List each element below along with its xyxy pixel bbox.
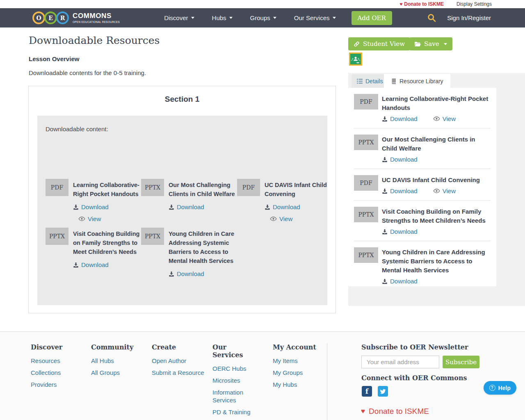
donate-to-iskme-link[interactable]: ♥ Donate to ISKME xyxy=(399,1,444,7)
resource-card: PDF UC DAVIS Infant Child Convening Down… xyxy=(237,179,327,222)
view-label: View xyxy=(88,215,101,222)
nav-item-hubs[interactable]: Hubs xyxy=(212,14,233,21)
donate-label: Donate to ISKME xyxy=(404,1,444,7)
resource-title: Learning Collaborative-Right Pocket Hand… xyxy=(382,94,491,112)
oer-commons-logo[interactable]: O E R COMMONS OPEN EDUCATIONAL RESOURCES xyxy=(32,11,120,24)
footer-link-resources[interactable]: Resources xyxy=(31,357,84,365)
tab-resource-library[interactable]: Resource Library xyxy=(384,74,450,89)
save-button[interactable]: Save xyxy=(409,37,452,50)
nav-menu: Discover Hubs Groups Our Services xyxy=(164,14,336,21)
download-icon xyxy=(73,204,79,210)
file-type-badge: PPTX xyxy=(141,179,164,196)
lesson-overview-heading: Lesson Overview xyxy=(29,55,79,62)
link-icon xyxy=(354,41,360,47)
footer-link-my-groups[interactable]: My Groups xyxy=(273,369,322,377)
download-link[interactable]: Download xyxy=(382,115,418,122)
file-card-grid: PDF Learning Collaborative-Right Pocket … xyxy=(46,179,319,277)
resource-list-item: PDF UC DAVIS Infant Child Convening Down… xyxy=(354,169,491,201)
download-icon xyxy=(265,204,270,210)
resource-title: Learning Collaborative-Right Pocket Hand… xyxy=(73,180,140,199)
download-link[interactable]: Download xyxy=(169,203,235,210)
logo-circle-r: R xyxy=(56,11,69,24)
google-classroom-button[interactable] xyxy=(349,52,362,66)
download-label: Download xyxy=(177,270,204,277)
twitter-icon[interactable] xyxy=(378,386,388,397)
download-link[interactable]: Download xyxy=(382,187,418,194)
footer-link-all-hubs[interactable]: All Hubs xyxy=(91,357,144,365)
nav-hubs-label: Hubs xyxy=(212,14,226,21)
footer-link-open-author[interactable]: Open Author xyxy=(152,357,207,365)
file-type-badge: PPTX xyxy=(141,228,164,245)
chevron-down-icon xyxy=(333,17,336,19)
footer-link-all-groups[interactable]: All Groups xyxy=(91,369,144,377)
footer-link-providers[interactable]: Providers xyxy=(31,381,84,388)
download-link[interactable]: Download xyxy=(382,156,418,163)
nav-item-our-services[interactable]: Our Services xyxy=(294,14,336,21)
display-settings-link[interactable]: Display Settings xyxy=(457,1,492,7)
download-label: Download xyxy=(390,156,418,163)
donate-footer-label: Donate to ISKME xyxy=(369,407,429,416)
resource-library-panel: PDF Learning Collaborative-Right Pocket … xyxy=(348,88,496,286)
facebook-icon[interactable]: f xyxy=(362,386,372,397)
heart-icon: ♥ xyxy=(399,1,402,7)
footer: Discover Resources Collections Providers… xyxy=(0,331,525,420)
resource-card: PPTX Visit Coaching Building on Family S… xyxy=(46,228,141,277)
download-label: Download xyxy=(390,278,418,285)
lesson-overview-text: Downloadable contents for the 0-5 traini… xyxy=(29,69,146,76)
email-field[interactable] xyxy=(361,356,439,368)
file-type-badge: PDF xyxy=(46,179,68,196)
download-link[interactable]: Download xyxy=(382,278,418,285)
nav-discover-label: Discover xyxy=(164,14,188,21)
section-container: Section 1 Downloadable content: PDF Lear… xyxy=(28,86,336,313)
footer-link-submit-resource[interactable]: Submit a Resource xyxy=(152,369,207,377)
download-link[interactable]: Download xyxy=(382,228,418,235)
download-link[interactable]: Download xyxy=(73,203,140,210)
footer-link-my-items[interactable]: My Items xyxy=(273,357,322,365)
tab-resource-library-label: Resource Library xyxy=(399,78,443,84)
resource-library-zone: Details Resource Library PDF Learning Co… xyxy=(348,73,525,306)
subscribe-button[interactable]: Subscribe xyxy=(443,356,479,368)
donate-to-iskme-footer-link[interactable]: ♥ Donate to ISKME xyxy=(361,407,429,416)
footer-link-collections[interactable]: Collections xyxy=(31,369,84,377)
resource-list-item: PPTX Visit Coaching Building on Family S… xyxy=(354,201,491,241)
tab-details[interactable]: Details xyxy=(352,74,388,88)
resource-list-item: PPTX Our Most Challenging Clients in Chi… xyxy=(354,128,491,169)
view-label: View xyxy=(443,187,456,194)
download-link[interactable]: Download xyxy=(73,261,140,268)
add-oer-button[interactable]: Add OER xyxy=(352,11,392,25)
footer-link-information-services[interactable]: Information Services xyxy=(212,388,256,404)
chevron-down-icon xyxy=(444,43,447,45)
footer-link-my-hubs[interactable]: My Hubs xyxy=(273,381,322,388)
footer-column-our-services: Our Services OERC Hubs Microsites Inform… xyxy=(212,343,256,420)
help-button[interactable]: ? Help xyxy=(484,381,516,395)
resource-card: PPTX Young Children in Care Addressing S… xyxy=(141,228,237,277)
footer-header: Create xyxy=(152,343,207,351)
download-icon xyxy=(382,188,388,194)
view-link[interactable]: View xyxy=(433,187,456,194)
search-icon[interactable] xyxy=(427,14,436,22)
download-icon xyxy=(382,157,388,162)
book-icon xyxy=(391,78,397,84)
footer-link-oerc-hubs[interactable]: OERC Hubs xyxy=(212,365,256,372)
download-link[interactable]: Download xyxy=(169,270,235,277)
footer-link-pd-training[interactable]: PD & Training xyxy=(212,408,256,416)
nav-item-groups[interactable]: Groups xyxy=(250,14,276,21)
view-link[interactable]: View xyxy=(433,115,456,122)
sign-in-register-link[interactable]: Sign In/Register xyxy=(447,14,491,21)
file-type-badge: PPTX xyxy=(354,207,378,222)
view-link[interactable]: View xyxy=(78,215,140,222)
download-label: Download xyxy=(81,203,109,210)
footer-link-microsites[interactable]: Microsites xyxy=(212,377,256,384)
student-view-button[interactable]: Student View xyxy=(348,37,410,50)
nav-item-discover[interactable]: Discover xyxy=(164,14,194,21)
nav-our-services-label: Our Services xyxy=(294,14,330,21)
chevron-down-icon xyxy=(191,17,194,19)
view-link[interactable]: View xyxy=(270,215,327,222)
resource-title: UC DAVIS Infant Child Convening xyxy=(382,176,480,185)
logo-circle-e: E xyxy=(44,11,57,24)
google-classroom-icon xyxy=(350,54,361,64)
download-link[interactable]: Download xyxy=(265,203,327,210)
download-icon xyxy=(169,204,174,210)
help-label: Help xyxy=(498,385,511,391)
footer-column-create: Create Open Author Submit a Resource xyxy=(152,343,207,381)
